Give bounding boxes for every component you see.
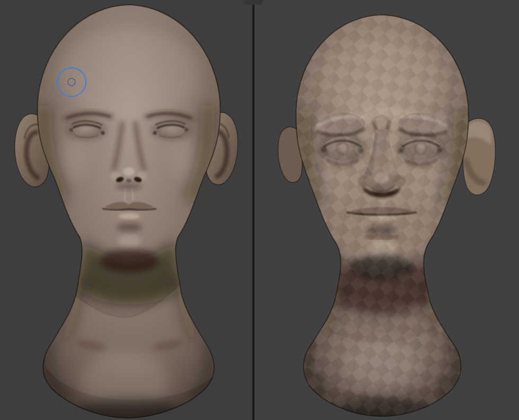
sculpting-app-stage <box>0 0 519 420</box>
lowpoly-sculpt-head <box>254 0 519 420</box>
viewport-divider-handle[interactable] <box>244 0 263 5</box>
left-viewport[interactable] <box>0 0 253 420</box>
lowpoly-facet-overlay <box>254 0 519 420</box>
smooth-sculpt-head <box>0 0 253 420</box>
face-shading <box>254 0 519 420</box>
viewport-divider[interactable] <box>252 0 254 420</box>
right-viewport[interactable] <box>254 0 519 420</box>
face-shading <box>45 29 217 420</box>
